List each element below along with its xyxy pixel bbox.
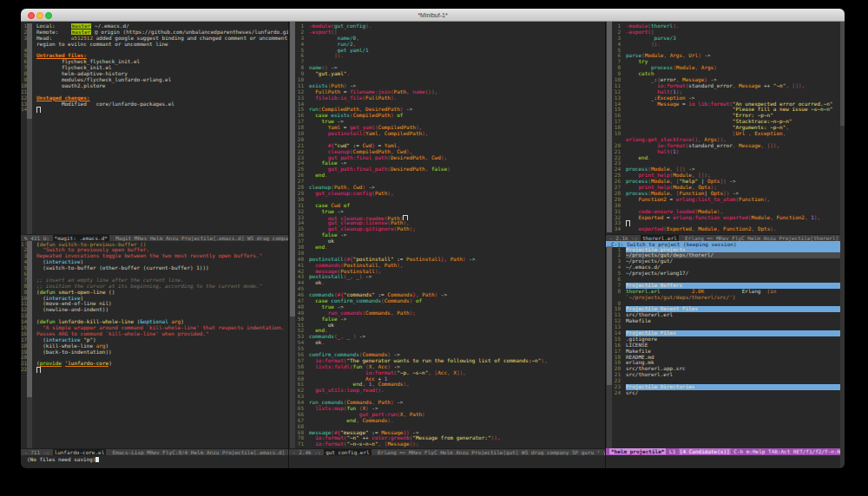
code-line: 14(defun lunfardo-kill-whole-line (&opti… (21, 319, 288, 325)
code-line: 62 gut_utils:loop_read(). (289, 388, 605, 394)
helm-section-header[interactable]: 10Projectile Recent Files (606, 306, 845, 312)
buffer-name: gut_config.erl (324, 449, 372, 455)
helm-section-header[interactable]: 1Projectile projects (606, 247, 845, 253)
code-line: 11exists(Path) -> (289, 83, 605, 89)
code-line: 4 (interactive) (21, 259, 288, 265)
code-line: 5~/projects/erlang17/ (606, 271, 845, 277)
code-line: 33 gut_cleanup:readme(Path) (289, 215, 605, 221)
scrollbar[interactable] (27, 241, 32, 448)
frame-content: 1Local: master ~/.emacs.d/2Remote: maste… (21, 22, 845, 468)
code-line: 43postinstall(_, _) -> (289, 274, 605, 280)
code-line: 10 _:{error, Message} -> (606, 77, 845, 83)
window-title: *Minibuf-1* (21, 9, 845, 22)
code-line: 16 case exists(CompiledPath) of (289, 113, 605, 119)
code-line: 38 end. (289, 245, 605, 251)
code-line: 11 (21, 89, 288, 95)
code-line: 20 (289, 137, 605, 143)
code-line: 61 end, 1, Commands), (289, 382, 605, 388)
code-line: 51 ok (289, 323, 605, 329)
code-line: 8;; iosition the cursor at its beginning… (21, 284, 288, 290)
hollow-cursor (36, 367, 41, 373)
echo-area[interactable]: (No files need saving) (21, 455, 845, 468)
code-line: 64run_comands(Commands, Path) -> (289, 400, 605, 406)
code-line: 31 code:ensure_loaded(Module), (606, 209, 845, 215)
code-line: 21 halt(1) (606, 149, 845, 155)
helm-projectile-buffer[interactable]: 1Projectile projects2~/projects/gut/deps… (606, 247, 845, 448)
code-line: 32 Exported = erlang:function_exported(M… (606, 215, 845, 221)
scrollbar[interactable] (27, 23, 32, 234)
code-line: 5Untracked files: (21, 53, 288, 59)
code-line: 12 (newline-and-indent)) (21, 307, 288, 313)
code-line: 9(defun smart-open-line () (21, 290, 288, 296)
code-line: 12 halt(1); (606, 89, 845, 95)
hollow-cursor (626, 220, 630, 226)
helm-mode-line: *helm projectile* L1 [4 Candidate(s)] C-… (606, 448, 845, 455)
code-line: 1-module(thorerl). (606, 23, 845, 29)
code-line: 34 gut_cleanup:license(Path), (289, 220, 605, 226)
code-line: 3 parse/3 (606, 36, 845, 42)
code-line: 4~/.emacs.d/ (606, 264, 845, 271)
code-line: 40postinstall(#{"postinstall" := Postins… (289, 257, 605, 263)
code-line: 8name() -> (289, 65, 605, 71)
code-line: 28process(Module, [Function| Opts]) -> (606, 191, 845, 197)
code-line: 11 (move-end-of-line nil) (21, 301, 288, 307)
code-line: 20 (21, 355, 288, 361)
code-line: 9 modules/flycheck_lunfardo-erlang.el (21, 77, 288, 83)
scrollbar[interactable] (840, 22, 845, 468)
minimize-button[interactable] (36, 12, 43, 19)
helm-section-header[interactable]: 7Projectile Buffers (606, 283, 845, 289)
code-line: 1Local: master ~/.emacs.d/ (21, 23, 288, 29)
code-line: 26process(Module, ["help" | Opts]) -> (606, 179, 845, 185)
code-line[interactable]: 2~/projects/gut/deps/thorerl/ (606, 252, 845, 258)
code-line: 16LICENSE (606, 343, 845, 349)
code-line: 18 (kill-whole-line arg) (21, 343, 288, 349)
close-button[interactable] (28, 12, 35, 19)
thorerl-mode-line: - 2.1k -: thorerl.erl Erlang => MRev Fly… (606, 234, 845, 241)
code-line: 7 (289, 59, 605, 65)
code-line: 7 flycheck_init.el (21, 65, 288, 71)
zoom-button[interactable] (45, 12, 52, 19)
code-line: 31 case Cwd of (289, 203, 605, 209)
code-line: 29 Function2 = erlang:list_to_atom(Funct… (606, 197, 845, 203)
elisp-buffer[interactable]: 1!(defun switch-to-previous-buffer ()2 "… (21, 241, 288, 449)
code-line: 69message(#{"message" := Message}) -> (289, 430, 605, 436)
code-line: 8 helm-adaptive-history (21, 71, 288, 77)
code-line: 23 gut_path:final_path(DesiredPath, Cwd)… (289, 155, 605, 161)
code-line: 16 "Error: ~p~n" (606, 113, 845, 119)
code-line: 22 (21, 367, 288, 373)
code-line: 32 true -> (289, 209, 605, 215)
code-line: 17 true -> (289, 119, 605, 125)
code-line: 21src/thorerl.erl (606, 372, 845, 378)
code-line: 21!(provide 'lunfardo-core) (21, 361, 288, 367)
scrollbar[interactable] (290, 22, 295, 448)
helm-section-header[interactable]: 14Projectile Files (606, 330, 845, 336)
thorerl-buffer[interactable]: 1-module(thorerl).2-export([3 parse/34 ]… (606, 22, 845, 234)
title-bar[interactable]: *Minibuf-1* (21, 9, 845, 22)
code-line: 6 (606, 277, 845, 283)
code-line: 24 false -> (289, 160, 605, 166)
magit-status-buffer[interactable]: 1Local: master ~/.emacs.d/2Remote: maste… (21, 22, 288, 236)
code-line: 28cleanup(Path, Cwd) -> (289, 185, 605, 191)
code-line: 3Repeated invocations toggle between the… (21, 253, 288, 259)
code-line: region to evilnc commant or uncomment li… (21, 42, 288, 48)
code-line: 60 Acc + 1 (289, 376, 605, 382)
scrollbar[interactable] (607, 22, 612, 232)
code-line: 10 oauth2.plstore (21, 83, 288, 89)
helm-section-header[interactable]: 23Projectile Directories (606, 384, 845, 390)
code-line: 4 (21, 48, 288, 54)
code-line: 9 catch (606, 71, 845, 77)
code-line: 13 (606, 324, 845, 330)
scrollbar[interactable] (607, 246, 612, 448)
code-line: 20src/thorerl.app.src (606, 366, 845, 372)
code-line: 30 (289, 197, 605, 203)
code-line: 42 message(Postinstall); (289, 269, 605, 275)
code-line: 2Remote: master @ origin (https://github… (21, 29, 288, 36)
gut-config-buffer[interactable]: 1-module(gut_config).2-export([3 name/0,… (289, 22, 605, 450)
code-line: 37 ok (289, 238, 605, 245)
code-line: 11 io:format(standard_error, Message ++ … (606, 83, 845, 89)
code-line: 39 (289, 251, 605, 257)
code-line: 10 (interactive) (21, 296, 288, 302)
code-line: 66 gut_port:run(X, Path) (289, 412, 605, 418)
code-line: 47 case confirm_commands(Commands) of (289, 298, 605, 304)
code-line: 22 (606, 378, 845, 384)
